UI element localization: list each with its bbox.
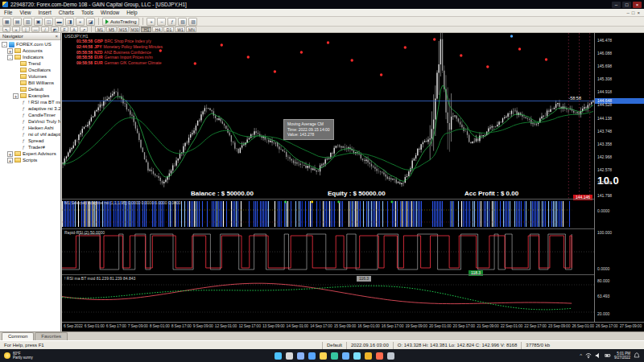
text-label-icon[interactable]: A <box>70 27 78 32</box>
channel-icon[interactable]: ◩ <box>51 27 59 32</box>
browser-icon[interactable] <box>376 352 383 360</box>
tree-expand-icon[interactable]: + <box>13 93 19 99</box>
sidebar-item-accounts[interactable]: +Accounts <box>0 47 60 54</box>
timeframe-m15[interactable]: M15 <box>118 27 129 32</box>
widgets-icon[interactable] <box>308 352 316 360</box>
weather-widget[interactable]: 60°F Partly sunny <box>0 352 89 360</box>
wifi-icon[interactable] <box>585 352 592 359</box>
data-window-icon[interactable]: ▣ <box>34 18 43 26</box>
trendline-icon[interactable]: / <box>41 27 49 32</box>
templates-icon[interactable]: ▨ <box>188 18 197 26</box>
metaeditor-icon[interactable]: ◪ <box>86 18 95 26</box>
task-view-icon[interactable] <box>297 352 304 360</box>
tree-expand-icon[interactable]: - <box>2 42 7 47</box>
zoom-out-icon[interactable]: − <box>157 18 166 26</box>
sidebar-item-oscillators[interactable]: Oscillators <box>0 67 60 73</box>
notepad-icon[interactable] <box>387 352 394 360</box>
sidebar-item-volumes[interactable]: Volumes <box>0 73 60 80</box>
child-minimize-button[interactable]: – <box>627 10 630 15</box>
menu-charts[interactable]: Charts <box>59 10 74 15</box>
start-button[interactable] <box>275 352 282 360</box>
photos-icon[interactable] <box>353 352 361 360</box>
sidebar-item-forex-com-us[interactable]: -FOREX.com US <box>0 41 60 47</box>
sidebar-item-trader-[interactable]: ƒTrader# <box>0 144 60 150</box>
terminal-panel-icon[interactable]: ▬ <box>55 18 64 26</box>
search-icon[interactable] <box>286 352 293 360</box>
indicator2-canvas[interactable] <box>62 229 594 274</box>
maximize-button[interactable]: □ <box>622 2 631 8</box>
cursor-icon[interactable]: ↖ <box>2 27 10 32</box>
child-close-button[interactable]: × <box>637 10 640 15</box>
child-restore-button[interactable]: □ <box>632 10 635 15</box>
notification-bell-icon[interactable] <box>634 352 640 359</box>
market-watch-icon[interactable]: ▥ <box>23 18 32 26</box>
chart-plot-area[interactable]: USDJPY,H1 01:58:58GBPBRC Shop Price Inde… <box>62 33 594 322</box>
mt4-terminal-icon[interactable] <box>365 352 372 360</box>
chart-window[interactable]: USDJPY,H1 01:58:58GBPBRC Shop Price Inde… <box>62 33 644 331</box>
indicators-list-icon[interactable]: ƒ <box>167 18 176 26</box>
menu-tools[interactable]: Tools <box>81 10 93 15</box>
file-explorer-icon[interactable] <box>320 352 327 360</box>
navigator-panel-icon[interactable]: ◫ <box>44 18 53 26</box>
window-separator[interactable] <box>62 199 644 200</box>
sidebar-item-adaptive-rsi-3-2-oma[interactable]: ƒadaptive rsi 3.2 oma <box>0 105 60 112</box>
profiles-icon[interactable]: ▤ <box>13 18 22 26</box>
timeframe-d1[interactable]: D1 <box>163 27 174 32</box>
sidebar-item-spread[interactable]: ƒSpread <box>0 138 60 144</box>
tree-expand-icon[interactable]: - <box>7 55 13 60</box>
sidebar-item-heiken-ashi[interactable]: ƒHeiken Ashi <box>0 125 60 131</box>
sidebar-item-trend[interactable]: Trend <box>0 60 60 67</box>
sidebar-item--rsi-ma-bt-mod[interactable]: ƒ! RSI ma BT mod <box>0 99 60 105</box>
timeframe-h1[interactable]: H1 <box>141 27 151 32</box>
sidebar-item-bill-williams[interactable]: Bill Williams <box>0 80 60 86</box>
window-separator[interactable] <box>62 228 644 229</box>
autotrading-button[interactable]: AutoTrading <box>102 18 139 26</box>
sidebar-item-default[interactable]: Default <box>0 86 60 93</box>
menu-help[interactable]: Help <box>126 10 137 15</box>
sidebar-item-examples[interactable]: +Examples <box>0 93 60 99</box>
strategy-tester-icon[interactable]: ◨ <box>65 18 74 26</box>
tree-expand-icon[interactable]: + <box>7 151 13 157</box>
timeframe-h4[interactable]: H4 <box>152 27 163 32</box>
sidebar-item-scripts[interactable]: +Scripts <box>0 157 60 163</box>
window-separator[interactable] <box>62 274 644 275</box>
sidebar-item-expert-advisors[interactable]: +Expert Advisors <box>0 150 60 157</box>
edge-icon[interactable] <box>331 352 338 360</box>
zoom-in-icon[interactable]: + <box>147 18 155 26</box>
status-profile[interactable]: Default <box>322 342 346 349</box>
menu-insert[interactable]: Insert <box>38 10 51 15</box>
timeframe-m5[interactable]: M5 <box>106 27 117 32</box>
timeframe-w1[interactable]: W1 <box>175 27 185 32</box>
indicator3-canvas[interactable] <box>62 275 594 322</box>
sidebar-item-rsi-of-vhf-adaptive-avg-[interactable]: ƒrsi of vhf adaptive avg... <box>0 131 60 138</box>
timeframe-m30[interactable]: M30 <box>130 27 141 32</box>
sidebar-item-candletimer[interactable]: ƒCandleTimer <box>0 112 60 118</box>
tree-expand-icon[interactable]: + <box>7 158 13 163</box>
time-axis[interactable]: 6 Sep 20226 Sep 01:006 Sep 17:007 Sep 09… <box>62 322 644 331</box>
periods-icon[interactable]: ▧ <box>178 18 187 26</box>
tree-expand-icon[interactable]: + <box>7 48 13 54</box>
tab-common[interactable]: Common <box>2 332 34 340</box>
new-chart-icon[interactable]: ▦ <box>2 18 11 26</box>
vertical-line-icon[interactable]: | <box>22 27 30 32</box>
taskbar-clock[interactable]: 5:01 PM 9/27/2022 <box>614 352 630 360</box>
timeframe-mn[interactable]: MN <box>186 27 196 32</box>
store-icon[interactable] <box>342 352 349 360</box>
minimize-button[interactable]: – <box>612 2 621 8</box>
horizontal-line-icon[interactable]: — <box>31 27 39 32</box>
hidden-icons-chevron[interactable]: ^ <box>580 353 582 358</box>
battery-icon[interactable] <box>605 352 611 359</box>
menu-view[interactable]: View <box>19 10 31 15</box>
crosshair-icon[interactable]: + <box>12 27 20 32</box>
navigator-close-icon[interactable]: × <box>55 34 58 39</box>
tab-favorites[interactable]: Favorites <box>35 332 68 340</box>
menu-file[interactable]: File <box>4 10 12 15</box>
price-axis[interactable]: 144.648 10.0 146.478146.088145.698145.30… <box>594 33 644 322</box>
sidebar-item-indicators[interactable]: -Indicators <box>0 54 60 60</box>
menu-window[interactable]: Window <box>101 10 119 15</box>
fibonacci-icon[interactable]: F <box>60 27 68 32</box>
volume-icon[interactable] <box>595 352 601 359</box>
arrow-tool-icon[interactable]: ↗ <box>80 27 88 32</box>
sidebar-item-davinci-truly-news-r-[interactable]: ƒDaVinci Truly News R... <box>0 118 60 125</box>
timeframe-m1[interactable]: M1 <box>95 27 105 32</box>
